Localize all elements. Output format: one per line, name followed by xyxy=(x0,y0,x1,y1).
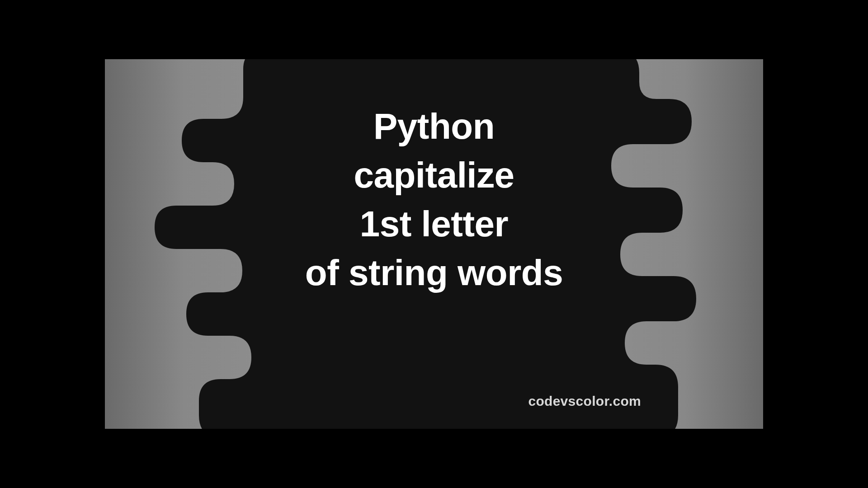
hero-graphic: Python capitalize 1st letter of string w… xyxy=(105,59,763,429)
watermark-text: codevscolor.com xyxy=(528,394,641,409)
title-line-2: capitalize xyxy=(305,151,563,200)
title-text: Python capitalize 1st letter of string w… xyxy=(305,102,563,297)
title-line-3: 1st letter xyxy=(305,200,563,249)
title-line-4: of string words xyxy=(305,249,563,297)
title-line-1: Python xyxy=(305,102,563,151)
